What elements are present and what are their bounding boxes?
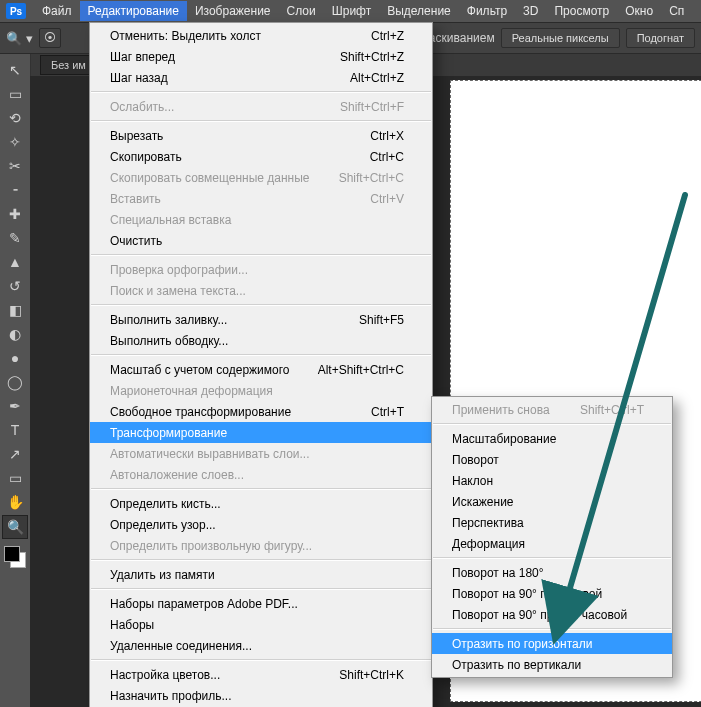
- menu-item-label: Поворот на 90° по часовой: [452, 587, 602, 601]
- transform-menu-item-7[interactable]: Деформация: [432, 533, 672, 554]
- edit-menu-item-7[interactable]: СкопироватьCtrl+C: [90, 146, 432, 167]
- edit-menu-separator: [91, 488, 431, 490]
- menu-item-label: Свободное трансформирование: [110, 405, 291, 419]
- real-pixels-button[interactable]: Реальные пикселы: [501, 28, 620, 48]
- transform-menu-item-11[interactable]: Поворот на 90° против часовой: [432, 604, 672, 625]
- menu-item-label: Поворот на 180°: [452, 566, 544, 580]
- transform-menu-item-9[interactable]: Поворот на 180°: [432, 562, 672, 583]
- tool-zoom[interactable]: 🔍: [2, 515, 28, 539]
- menubar-item-view[interactable]: Просмотр: [546, 1, 617, 21]
- menu-item-shortcut: Ctrl+X: [350, 129, 404, 143]
- menu-item-label: Определить кисть...: [110, 497, 221, 511]
- menu-item-label: Поворот: [452, 453, 499, 467]
- tool-history[interactable]: ↺: [3, 275, 27, 297]
- menubar-item-filter[interactable]: Фильтр: [459, 1, 515, 21]
- edit-menu-item-27[interactable]: Определить узор...: [90, 514, 432, 535]
- tool-marquee[interactable]: ▭: [3, 83, 27, 105]
- transform-menu-item-14[interactable]: Отразить по вертикали: [432, 654, 672, 675]
- transform-menu-item-5[interactable]: Искажение: [432, 491, 672, 512]
- menu-item-shortcut: Shift+Ctrl+T: [560, 403, 644, 417]
- transform-menu-separator: [433, 557, 671, 559]
- transform-menu-item-2[interactable]: Масштабирование: [432, 428, 672, 449]
- edit-menu-item-2[interactable]: Шаг назадAlt+Ctrl+Z: [90, 67, 432, 88]
- menu-item-shortcut: Shift+Ctrl+C: [319, 171, 404, 185]
- edit-menu-item-1[interactable]: Шаг впередShift+Ctrl+Z: [90, 46, 432, 67]
- menubar-item-window[interactable]: Окно: [617, 1, 661, 21]
- transform-menu-item-4[interactable]: Наклон: [432, 470, 672, 491]
- tool-stamp[interactable]: ▲: [3, 251, 27, 273]
- edit-menu-item-33[interactable]: Наборы: [90, 614, 432, 635]
- edit-menu-item-30[interactable]: Удалить из памяти: [90, 564, 432, 585]
- tool-lasso[interactable]: ⟲: [3, 107, 27, 129]
- edit-menu-separator: [91, 304, 431, 306]
- edit-menu-item-34[interactable]: Удаленные соединения...: [90, 635, 432, 656]
- edit-menu-item-17[interactable]: Выполнить обводку...: [90, 330, 432, 351]
- edit-menu-separator: [91, 659, 431, 661]
- color-swatches[interactable]: [4, 546, 26, 568]
- tool-blur[interactable]: ●: [3, 347, 27, 369]
- menu-item-label: Определить произвольную фигуру...: [110, 539, 312, 553]
- tool-dodge[interactable]: ◯: [3, 371, 27, 393]
- menu-item-label: Поворот на 90° против часовой: [452, 608, 627, 622]
- edit-menu-separator: [91, 91, 431, 93]
- tool-move[interactable]: ↖: [3, 59, 27, 81]
- edit-menu-item-32[interactable]: Наборы параметров Adobe PDF...: [90, 593, 432, 614]
- transform-menu-item-10[interactable]: Поворот на 90° по часовой: [432, 583, 672, 604]
- menubar-item-edit[interactable]: Редактирование: [80, 1, 187, 21]
- transform-menu-item-13[interactable]: Отразить по горизонтали: [432, 633, 672, 654]
- transform-menu-separator: [433, 423, 671, 425]
- menubar-item-layers[interactable]: Слои: [279, 1, 324, 21]
- menu-item-shortcut: Ctrl+V: [350, 192, 404, 206]
- menubar-item-type[interactable]: Шрифт: [324, 1, 379, 21]
- menu-item-shortcut: Shift+Ctrl+Z: [320, 50, 404, 64]
- tool-eyedropper[interactable]: ⁃: [3, 179, 27, 201]
- tool-pen[interactable]: ✒: [3, 395, 27, 417]
- transform-submenu: Применить сноваShift+Ctrl+TМасштабирован…: [431, 396, 673, 678]
- tool-heal[interactable]: ✚: [3, 203, 27, 225]
- edit-menu-item-22[interactable]: Трансформирование: [90, 422, 432, 443]
- edit-menu-item-13: Проверка орфографии...: [90, 259, 432, 280]
- menubar-item-3d[interactable]: 3D: [515, 1, 546, 21]
- tool-brush[interactable]: ✎: [3, 227, 27, 249]
- edit-menu-item-11[interactable]: Очистить: [90, 230, 432, 251]
- options-hint: таскиванием: [424, 31, 495, 45]
- edit-menu: Отменить: Выделить холстCtrl+ZШаг вперед…: [89, 22, 433, 707]
- tool-eraser[interactable]: ◧: [3, 299, 27, 321]
- menu-item-label: Шаг вперед: [110, 50, 175, 64]
- fit-screen-button[interactable]: Подогнат: [626, 28, 695, 48]
- transform-menu-item-3[interactable]: Поворот: [432, 449, 672, 470]
- menu-item-shortcut: Shift+Ctrl+K: [319, 668, 404, 682]
- edit-menu-item-37[interactable]: Назначить профиль...: [90, 685, 432, 706]
- tool-hand[interactable]: ✋: [3, 491, 27, 513]
- edit-menu-item-21[interactable]: Свободное трансформированиеCtrl+T: [90, 401, 432, 422]
- menubar-item-help[interactable]: Сп: [661, 1, 692, 21]
- tool-wand[interactable]: ✧: [3, 131, 27, 153]
- menu-item-label: Ослабить...: [110, 100, 174, 114]
- menu-item-label: Наборы параметров Adobe PDF...: [110, 597, 298, 611]
- menu-item-label: Вставить: [110, 192, 161, 206]
- menu-item-label: Наборы: [110, 618, 154, 632]
- menubar-item-file[interactable]: Файл: [34, 1, 80, 21]
- menu-item-label: Проверка орфографии...: [110, 263, 248, 277]
- menu-item-label: Искажение: [452, 495, 514, 509]
- tool-crop[interactable]: ✂: [3, 155, 27, 177]
- menu-item-label: Масштаб с учетом содержимого: [110, 363, 290, 377]
- edit-menu-item-19[interactable]: Масштаб с учетом содержимогоAlt+Shift+Ct…: [90, 359, 432, 380]
- edit-menu-item-26[interactable]: Определить кисть...: [90, 493, 432, 514]
- menubar-item-select[interactable]: Выделение: [379, 1, 459, 21]
- edit-menu-item-0[interactable]: Отменить: Выделить холстCtrl+Z: [90, 25, 432, 46]
- tool-path[interactable]: ↗: [3, 443, 27, 465]
- tool-shape[interactable]: ▭: [3, 467, 27, 489]
- menu-item-label: Шаг назад: [110, 71, 168, 85]
- menu-item-shortcut: Alt+Shift+Ctrl+C: [298, 363, 404, 377]
- menu-item-shortcut: Ctrl+T: [351, 405, 404, 419]
- menubar-item-image[interactable]: Изображение: [187, 1, 279, 21]
- transform-menu-item-6[interactable]: Перспектива: [432, 512, 672, 533]
- tool-gradient[interactable]: ◐: [3, 323, 27, 345]
- tool-type[interactable]: T: [3, 419, 27, 441]
- edit-menu-item-28: Определить произвольную фигуру...: [90, 535, 432, 556]
- zoom-options-icon[interactable]: ⦿: [39, 28, 61, 48]
- edit-menu-item-16[interactable]: Выполнить заливку...Shift+F5: [90, 309, 432, 330]
- edit-menu-item-6[interactable]: ВырезатьCtrl+X: [90, 125, 432, 146]
- edit-menu-item-36[interactable]: Настройка цветов...Shift+Ctrl+K: [90, 664, 432, 685]
